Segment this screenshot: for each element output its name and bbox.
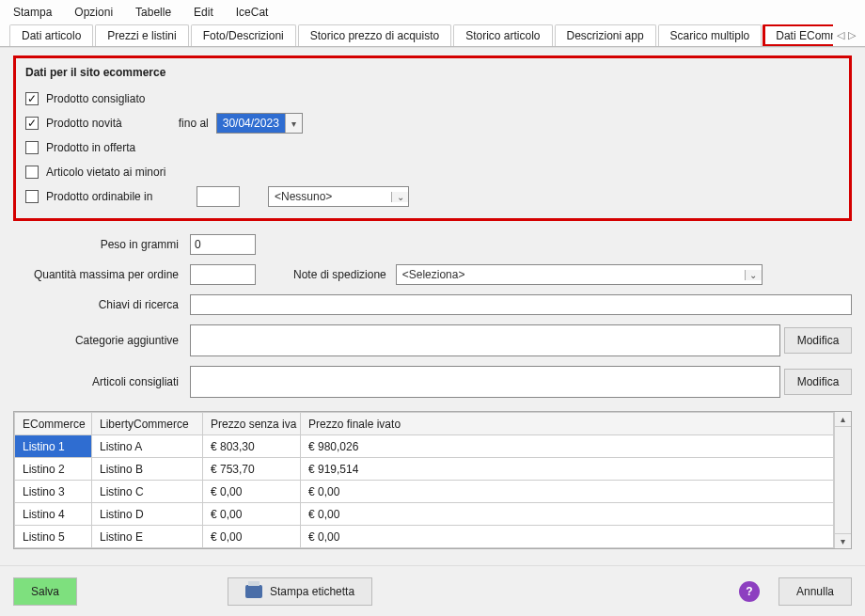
- cell-prezzo-finale[interactable]: € 0,00: [301, 481, 834, 503]
- cell-ecommerce[interactable]: Listino 3: [15, 481, 92, 503]
- label-vietato-minori: Articolo vietato ai minori: [46, 166, 165, 179]
- ecommerce-settings-box: Dati per il sito ecommerce Prodotto cons…: [13, 55, 852, 221]
- label-prodotto-novita: Prodotto novità: [46, 117, 122, 130]
- tab-scroll-nav: ◁ ▷: [833, 29, 859, 41]
- menu-tabelle[interactable]: Tabelle: [135, 6, 171, 19]
- cell-prezzo-finale[interactable]: € 919,514: [301, 458, 834, 481]
- tabs-row: Dati articolo Prezzi e listini Foto/Desc…: [0, 24, 865, 47]
- textarea-categorie-aggiuntive[interactable]: [190, 324, 780, 356]
- checkbox-prodotto-novita[interactable]: [25, 117, 39, 130]
- tab-prezzi-listini[interactable]: Prezzi e listini: [95, 24, 188, 46]
- cell-prezzo-finale[interactable]: € 0,00: [301, 503, 834, 526]
- col-header-ecommerce[interactable]: ECommerce: [15, 413, 92, 435]
- footer: Salva Stampa etichetta ? Annulla: [0, 565, 865, 616]
- table-row[interactable]: Listino 2 Listino B € 753,70 € 919,514: [15, 458, 834, 481]
- cancel-button[interactable]: Annulla: [778, 577, 852, 606]
- combo-ordinabile-unit-text: <Nessuno>: [269, 190, 391, 203]
- label-peso-grammi: Peso in grammi: [13, 238, 190, 251]
- label-qta-massima: Quantità massima per ordine: [13, 268, 190, 281]
- tab-dati-ecommerce[interactable]: Dati ECommerce: [763, 24, 833, 46]
- checkbox-prodotto-consigliato[interactable]: [25, 92, 39, 105]
- col-header-libertycommerce[interactable]: LibertyCommerce: [92, 413, 203, 435]
- ecommerce-box-title: Dati per il sito ecommerce: [25, 66, 840, 79]
- menu-icecat[interactable]: IceCat: [236, 6, 269, 19]
- price-grid: ECommerce LibertyCommerce Prezzo senza i…: [13, 411, 852, 549]
- label-categorie-aggiuntive: Categorie aggiuntive: [13, 334, 190, 347]
- tab-dati-articolo[interactable]: Dati articolo: [9, 24, 93, 46]
- combo-note-spedizione[interactable]: <Seleziona> ⌄: [396, 264, 763, 285]
- tab-scroll-right-icon[interactable]: ▷: [848, 29, 856, 41]
- label-prodotto-consigliato: Prodotto consigliato: [46, 92, 145, 105]
- table-row[interactable]: Listino 1 Listino A € 803,30 € 980,026: [15, 435, 834, 458]
- cell-prezzo-senza-iva[interactable]: € 0,00: [203, 503, 301, 526]
- cell-libertycommerce[interactable]: Listino C: [92, 481, 203, 503]
- checkbox-vietato-minori[interactable]: [25, 166, 39, 179]
- button-modifica-articoli[interactable]: Modifica: [784, 369, 852, 395]
- cell-libertycommerce[interactable]: Listino E: [92, 526, 203, 548]
- cell-libertycommerce[interactable]: Listino B: [92, 458, 203, 481]
- cell-ecommerce[interactable]: Listino 2: [15, 458, 92, 481]
- save-button[interactable]: Salva: [13, 577, 77, 606]
- table-row[interactable]: Listino 5 Listino E € 0,00 € 0,00: [15, 526, 834, 548]
- cell-prezzo-senza-iva[interactable]: € 0,00: [203, 481, 301, 503]
- chevron-down-icon: ⌄: [745, 270, 762, 280]
- print-label-text: Stampa etichetta: [270, 585, 354, 598]
- col-header-prezzo-finale[interactable]: Prezzo finale ivato: [301, 413, 834, 435]
- tab-descrizioni-app[interactable]: Descrizioni app: [555, 24, 656, 46]
- cell-ecommerce[interactable]: Listino 1: [15, 435, 92, 458]
- cell-prezzo-senza-iva[interactable]: € 753,70: [203, 458, 301, 481]
- tab-storico-articolo[interactable]: Storico articolo: [453, 24, 552, 46]
- cell-prezzo-senza-iva[interactable]: € 0,00: [203, 526, 301, 548]
- input-ordinabile-qty[interactable]: [197, 186, 240, 207]
- cell-ecommerce[interactable]: Listino 4: [15, 503, 92, 526]
- textarea-articoli-consigliati[interactable]: [190, 366, 780, 398]
- price-table[interactable]: ECommerce LibertyCommerce Prezzo senza i…: [14, 412, 834, 548]
- checkbox-prodotto-offerta[interactable]: [25, 141, 39, 154]
- cell-prezzo-finale[interactable]: € 0,00: [301, 526, 834, 548]
- tab-foto-descrizioni[interactable]: Foto/Descrizioni: [191, 24, 296, 46]
- scroll-up-icon[interactable]: ▴: [835, 412, 851, 427]
- cell-libertycommerce[interactable]: Listino A: [92, 435, 203, 458]
- label-ordinabile-in: Prodotto ordinabile in: [46, 190, 187, 203]
- tab-scarico-multiplo[interactable]: Scarico multiplo: [658, 24, 763, 46]
- menu-stampa[interactable]: Stampa: [13, 6, 52, 19]
- col-header-prezzo-senza-iva[interactable]: Prezzo senza iva: [203, 413, 301, 435]
- input-chiavi-ricerca[interactable]: [190, 294, 852, 315]
- checkbox-ordinabile-in[interactable]: [25, 190, 39, 203]
- menu-edit[interactable]: Edit: [194, 6, 213, 19]
- label-fino-al: fino al: [179, 117, 209, 130]
- label-prodotto-offerta: Prodotto in offerta: [46, 141, 135, 154]
- menubar: Stampa Opzioni Tabelle Edit IceCat: [0, 0, 865, 24]
- tab-storico-prezzo-acquisto[interactable]: Storico prezzo di acquisto: [298, 24, 451, 46]
- input-qta-massima[interactable]: [190, 264, 256, 285]
- tab-scroll-left-icon[interactable]: ◁: [837, 29, 844, 41]
- input-peso-grammi[interactable]: 0: [190, 234, 256, 255]
- help-icon[interactable]: ?: [739, 581, 760, 602]
- cell-libertycommerce[interactable]: Listino D: [92, 503, 203, 526]
- label-chiavi-ricerca: Chiavi di ricerca: [13, 298, 190, 311]
- button-modifica-categorie[interactable]: Modifica: [784, 327, 852, 354]
- scroll-down-icon[interactable]: ▾: [835, 533, 851, 548]
- table-row[interactable]: Listino 4 Listino D € 0,00 € 0,00: [15, 503, 834, 526]
- combo-ordinabile-unit[interactable]: <Nessuno> ⌄: [268, 186, 409, 207]
- print-label-button[interactable]: Stampa etichetta: [228, 577, 372, 606]
- date-field-fino-al[interactable]: 30/04/2023 ▾: [216, 113, 303, 134]
- date-value-fino-al: 30/04/2023: [217, 114, 285, 133]
- menu-opzioni[interactable]: Opzioni: [74, 6, 113, 19]
- cell-ecommerce[interactable]: Listino 5: [15, 526, 92, 548]
- date-dropdown-icon[interactable]: ▾: [285, 114, 302, 133]
- table-row[interactable]: Listino 3 Listino C € 0,00 € 0,00: [15, 481, 834, 503]
- label-articoli-consigliati: Articoli consigliati: [13, 375, 190, 388]
- combo-note-spedizione-text: <Seleziona>: [397, 268, 745, 281]
- grid-scrollbar[interactable]: ▴ ▾: [834, 412, 851, 548]
- cell-prezzo-senza-iva[interactable]: € 803,30: [203, 435, 301, 458]
- chevron-down-icon: ⌄: [391, 192, 408, 202]
- label-note-spedizione: Note di spedizione: [293, 268, 386, 281]
- cell-prezzo-finale[interactable]: € 980,026: [301, 435, 834, 458]
- printer-icon: [245, 585, 262, 598]
